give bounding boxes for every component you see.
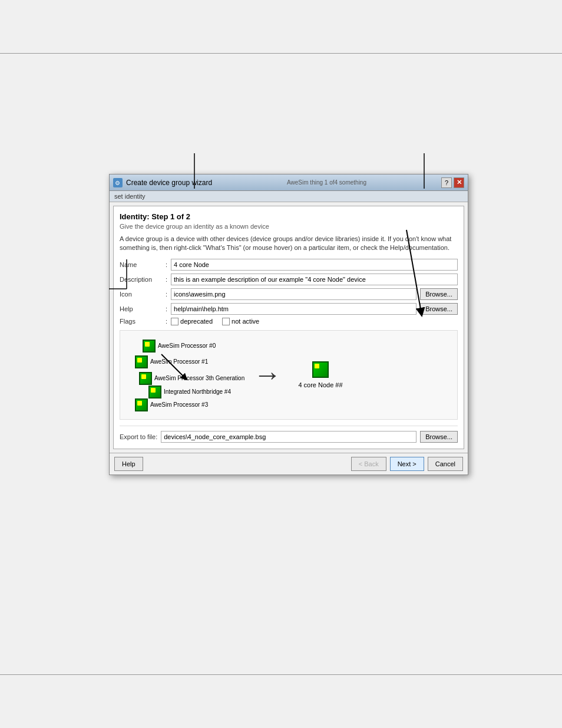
help-button[interactable]: Help xyxy=(114,457,143,471)
help-row: Help : Browse... xyxy=(120,303,458,315)
title-bar: ⚙ Create device group wizard AweSim thin… xyxy=(110,174,468,191)
right-device-chip xyxy=(312,361,329,378)
right-device-label: 4 core Node ## xyxy=(298,381,342,388)
wizard-icon: ⚙ xyxy=(113,178,123,187)
back-button[interactable]: < Back xyxy=(351,457,386,471)
right-arrow-area: → xyxy=(250,358,285,391)
name-input[interactable] xyxy=(171,259,458,271)
device-chip-4 xyxy=(135,398,148,411)
icon-row: Icon : Browse... xyxy=(120,288,458,300)
name-sep: : xyxy=(166,261,167,268)
device-chip-0 xyxy=(143,340,156,353)
deprecated-label: deprecated xyxy=(180,318,213,325)
description-input[interactable] xyxy=(171,274,458,285)
export-input[interactable] xyxy=(161,431,416,443)
step-subtitle: Give the device group an identity as a k… xyxy=(120,223,458,230)
help-label: Help xyxy=(120,305,162,312)
title-bar-title: Create device group wizard xyxy=(126,179,212,187)
title-bar-center: AweSim thing 1 of4 something xyxy=(212,179,441,186)
next-button[interactable]: Next > xyxy=(390,457,424,471)
device-chip-1 xyxy=(135,355,148,368)
description-label: Description xyxy=(120,276,162,283)
deprecated-checkbox[interactable] xyxy=(171,318,178,325)
export-browse-button[interactable]: Browse... xyxy=(420,431,458,443)
not-active-flag[interactable]: not active xyxy=(222,318,259,325)
icon-label: Icon xyxy=(120,291,162,298)
icon-browse-button[interactable]: Browse... xyxy=(420,288,458,300)
device-processor-0: AweSim Processor #0 xyxy=(143,340,216,353)
bottom-right: < Back Next > Cancel xyxy=(351,457,463,471)
subtitle-bar: set identity xyxy=(110,191,468,202)
flags-sep: : xyxy=(166,318,167,325)
device-label-0: AweSim Processor #0 xyxy=(158,342,216,349)
svg-text:⚙: ⚙ xyxy=(115,180,120,186)
export-label: Export to file: xyxy=(120,433,157,440)
page-background: ⚙ Create device group wizard AweSim thin… xyxy=(0,0,562,728)
flags-row: Flags : deprecated not active xyxy=(120,318,458,325)
bottom-left: Help xyxy=(114,457,143,471)
device-northbridge: Integrated Northbridge #4 xyxy=(148,386,231,398)
not-active-checkbox[interactable] xyxy=(222,318,230,325)
step-title: Identity: Step 1 of 2 xyxy=(120,212,458,221)
right-device-area: 4 core Node ## xyxy=(291,361,350,388)
cancel-button[interactable]: Cancel xyxy=(428,457,463,471)
help-browse-button[interactable]: Browse... xyxy=(420,303,458,315)
dialog-window: ⚙ Create device group wizard AweSim thin… xyxy=(109,174,468,475)
big-arrow-icon: → xyxy=(253,358,282,391)
device-area: AweSim Processor #0 AweSim Processor #1 … xyxy=(120,330,458,420)
help-sep: : xyxy=(166,305,167,312)
description-sep: : xyxy=(166,276,167,283)
device-processor-2: AweSim Processor 3th Generation xyxy=(139,372,244,385)
device-chip-2 xyxy=(139,372,152,385)
device-processor-3: AweSim Processor #3 xyxy=(135,398,208,411)
subtitle-text: set identity xyxy=(114,193,146,200)
description-row: Description : xyxy=(120,274,458,285)
export-row: Export to file: Browse... xyxy=(120,426,458,443)
icon-input[interactable] xyxy=(171,288,416,300)
description-text: A device group is a device with other de… xyxy=(120,235,458,253)
help-input[interactable] xyxy=(171,303,416,315)
device-label-4: AweSim Processor #3 xyxy=(150,401,208,408)
device-processor-1: AweSim Processor #1 xyxy=(135,355,208,368)
left-devices: AweSim Processor #0 AweSim Processor #1 … xyxy=(126,337,244,413)
title-bar-left: ⚙ Create device group wizard xyxy=(113,178,212,187)
name-label: Name xyxy=(120,261,162,268)
device-label-3: Integrated Northbridge #4 xyxy=(164,388,231,395)
content-area: Identity: Step 1 of 2 Give the device gr… xyxy=(113,206,464,449)
device-label-1: AweSim Processor #1 xyxy=(150,358,208,365)
help-button-title[interactable]: ? xyxy=(441,177,452,188)
device-label-2: AweSim Processor 3th Generation xyxy=(154,375,244,381)
bottom-bar: Help < Back Next > Cancel xyxy=(110,453,468,475)
icon-sep: : xyxy=(166,291,167,298)
device-chip-3 xyxy=(148,386,161,398)
not-active-label: not active xyxy=(232,318,259,325)
close-button[interactable]: ✕ xyxy=(454,177,464,188)
flags-label: Flags xyxy=(120,318,162,325)
title-bar-buttons: ? ✕ xyxy=(441,177,464,188)
deprecated-flag[interactable]: deprecated xyxy=(171,318,213,325)
name-row: Name : xyxy=(120,259,458,271)
